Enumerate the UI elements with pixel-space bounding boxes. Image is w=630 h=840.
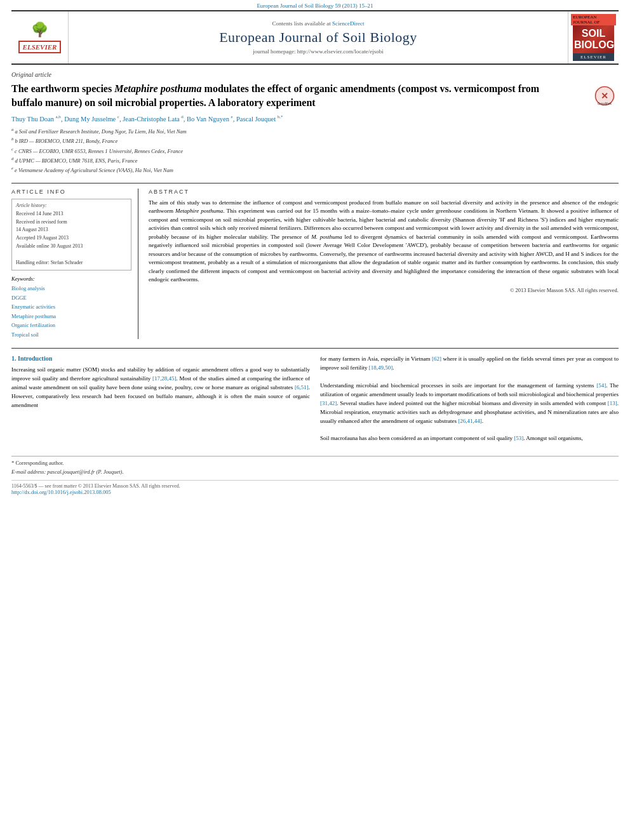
keyword-tropical: Tropical soil — [11, 330, 131, 339]
introduction-right-text: for many farmers in Asia, especially in … — [320, 355, 619, 443]
abstract-text: The aim of this study was to determine t… — [149, 199, 619, 284]
issn-line: 1164-5563/$ — see front matter © 2013 El… — [11, 480, 619, 495]
article-body: Original article The earthworm species M… — [11, 65, 619, 450]
article-history-block: Article history: Received 14 June 2013 R… — [11, 199, 131, 271]
journal-reference: European Journal of Soil Biology 59 (201… — [0, 0, 630, 10]
sciencedirect-link[interactable]: ScienceDirect — [332, 20, 364, 27]
introduction-heading: 1. Introduction — [11, 355, 310, 362]
crossmark-area[interactable]: ✕ CrossMark — [593, 84, 619, 109]
keyword-dgge: DGGE — [11, 293, 131, 302]
contents-available-line: Contents lists available at ScienceDirec… — [272, 20, 365, 27]
authors-line: Thuy Thu Doan a,b, Dung My Jusselme c, J… — [11, 114, 619, 123]
keyword-organic: Organic fertilization — [11, 321, 131, 330]
keyword-biolog: Biolog analysis — [11, 284, 131, 293]
keyword-enzymatic: Enzymatic activities — [11, 302, 131, 311]
badge-top-text: EUROPEAN JOURNAL OF — [571, 14, 616, 25]
abstract-col: ABSTRACT The aim of this study was to de… — [149, 189, 619, 339]
journal-header: 🌳 ELSEVIER Contents lists available at S… — [11, 10, 619, 65]
journal-title: European Journal of Soil Biology — [219, 29, 417, 46]
badge-sub-text: ELSEVIER — [573, 53, 614, 61]
elsevier-logo-area: 🌳 ELSEVIER — [11, 11, 69, 63]
article-title: The earthworm species Metaphire posthuma… — [11, 82, 570, 109]
journal-title-area: Contents lists available at ScienceDirec… — [69, 11, 568, 63]
abstract-header: ABSTRACT — [149, 189, 619, 195]
body-divider — [11, 348, 619, 349]
affiliations: a a Soil and Fertilizer Research Institu… — [11, 126, 619, 175]
introduction-left-text: Increasing soil organic matter (SOM) sto… — [11, 366, 310, 410]
elsevier-tree-icon: 🌳 — [31, 22, 48, 38]
keywords-label: Keywords: — [11, 276, 131, 282]
svg-text:✕: ✕ — [601, 91, 608, 101]
journal-badge-area: EUROPEAN JOURNAL OF SOILBIOLOGY ELSEVIER — [568, 11, 619, 63]
body-left-col: 1. Introduction Increasing soil organic … — [11, 355, 310, 443]
date-block: Received 14 June 2013 Received in revise… — [16, 210, 127, 267]
article-title-row: The earthworm species Metaphire posthuma… — [11, 82, 619, 109]
article-type: Original article — [11, 71, 619, 78]
article-info-col: ARTICLE INFO Article history: Received 1… — [11, 189, 138, 339]
doi-link[interactable]: http://dx.doi.org/10.1016/j.ejsobi.2013.… — [11, 489, 111, 495]
article-info-abstract-section: ARTICLE INFO Article history: Received 1… — [11, 183, 619, 339]
elsevier-label: ELSEVIER — [18, 41, 62, 53]
keywords-block: Keywords: Biolog analysis DGGE Enzymatic… — [11, 276, 131, 339]
journal-homepage: journal homepage: http://www.elsevier.co… — [253, 48, 383, 55]
article-info-header: ARTICLE INFO — [11, 189, 131, 195]
introduction-section: 1. Introduction Increasing soil organic … — [11, 355, 619, 443]
crossmark-icon: ✕ CrossMark — [593, 84, 616, 107]
keyword-metaphire: Metaphire posthuma — [11, 312, 131, 321]
abstract-copyright: © 2013 Elsevier Masson SAS. All rights r… — [149, 287, 619, 293]
body-right-col: for many farmers in Asia, especially in … — [320, 355, 619, 443]
corresponding-note: * Corresponding author. — [11, 460, 619, 466]
history-label: Article history: — [16, 203, 127, 208]
email-note: E-mail address: pascal.jouquet@ird.fr (P… — [11, 468, 619, 476]
footnote-section: * Corresponding author. E-mail address: … — [11, 456, 619, 495]
badge-main-text: SOILBIOLOGY — [573, 25, 614, 53]
svg-text:CrossMark: CrossMark — [598, 102, 612, 105]
